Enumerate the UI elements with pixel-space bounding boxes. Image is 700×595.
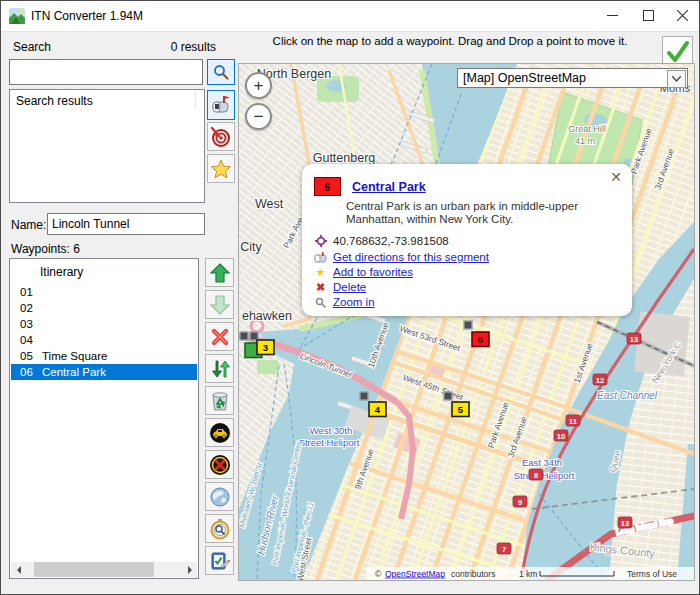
waypoint-marker-number: 4 <box>375 404 381 415</box>
map-layer-select[interactable]: [Map] OpenStreetMap <box>457 68 688 88</box>
delete-waypoint-button[interactable] <box>205 322 234 351</box>
itinerary-list[interactable]: Itinerary 0102030405Time Square06Central… <box>9 258 199 579</box>
search-button[interactable] <box>207 59 235 85</box>
move-up-button[interactable] <box>205 258 234 287</box>
popup-coordinates: 40.768632,-73.981508 <box>333 235 449 247</box>
list-item[interactable]: 02 <box>11 300 197 316</box>
waypoint-anchor[interactable] <box>250 332 258 340</box>
clear-route-button[interactable] <box>205 386 234 415</box>
mailbox-icon <box>210 94 232 116</box>
search-input[interactable] <box>9 59 203 85</box>
titlebar: ITN Converter 1.94M <box>1 1 699 32</box>
copyright-prefix: © <box>375 569 382 579</box>
map-label: Street Heliport <box>299 437 360 448</box>
popup-coordinates-row: 40.768632,-73.981508 <box>314 234 449 248</box>
horizontal-scrollbar[interactable] <box>11 562 197 577</box>
search-results-header: Search results <box>16 94 93 108</box>
scrollbar-thumb[interactable] <box>34 562 154 577</box>
itinerary-header: Itinerary <box>40 265 83 279</box>
popup-link-delete[interactable]: Delete <box>333 281 366 293</box>
edit-route-button[interactable] <box>205 546 234 575</box>
popup-marker-badge: 6 <box>314 177 341 196</box>
delete-x-icon: ✖ <box>314 281 327 294</box>
map-label: West 30th <box>310 425 353 436</box>
route-shield-number: 7 <box>502 545 506 554</box>
popup-link-zoom-in[interactable]: Zoom in <box>333 296 375 308</box>
scroll-left-arrow[interactable] <box>11 562 26 577</box>
map-label: East Channel <box>597 390 658 401</box>
traffic-button[interactable] <box>205 418 234 447</box>
recycle-bin-icon <box>210 390 230 412</box>
list-item[interactable]: 06Central Park <box>11 364 197 380</box>
list-item[interactable]: 01 <box>11 284 197 300</box>
route-shield-number: 10 <box>557 432 565 441</box>
window-title: ITN Converter 1.94M <box>31 9 143 23</box>
instruction-text: Click on the map to add a waypoint. Drag… <box>238 35 662 47</box>
globe-button[interactable] <box>205 482 234 511</box>
check-icon <box>666 40 690 64</box>
map-label: Guttenberg <box>313 151 376 165</box>
route-name-input[interactable] <box>47 213 205 235</box>
waypoint-anchor[interactable] <box>444 392 452 400</box>
waypoint-anchor[interactable] <box>360 392 368 400</box>
name-label: Name: <box>11 218 46 232</box>
avoid-icon <box>209 454 231 476</box>
avoid-button[interactable] <box>205 450 234 479</box>
route-shield-number: 9 <box>518 498 522 507</box>
popup-link-directions[interactable]: Get directions for this segment <box>333 251 489 263</box>
send-to-gps-button[interactable] <box>207 90 235 120</box>
favorites-button[interactable] <box>207 154 235 183</box>
list-item[interactable]: 05Time Square <box>11 348 197 364</box>
route-shield-number: 13 <box>621 519 629 528</box>
map-canvas[interactable]: North BergenGuttenbergWestCityehawkenMor… <box>238 63 695 581</box>
layer-select-value: [Map] OpenStreetMap <box>463 71 586 85</box>
terms-link[interactable]: Terms of Use <box>627 569 677 579</box>
itinerary-rows: 0102030405Time Square06Central Park <box>11 284 197 380</box>
reverse-route-button[interactable] <box>205 354 234 383</box>
list-item[interactable]: 03 <box>11 316 197 332</box>
reverse-icon <box>209 358 231 380</box>
traffic-icon <box>209 422 231 444</box>
edit-route-icon <box>209 550 231 572</box>
chevron-down-icon[interactable] <box>667 70 686 88</box>
stopwatch-icon <box>209 518 231 540</box>
move-down-button[interactable] <box>205 290 234 319</box>
waypoint-anchor[interactable] <box>464 321 472 329</box>
target-icon <box>210 126 232 148</box>
map-label: 41 m <box>575 136 595 146</box>
favorite-star-icon: ★ <box>314 266 327 279</box>
copyright-suffix: contributors <box>451 569 495 579</box>
zoom-out-button[interactable]: − <box>245 103 272 130</box>
globe-icon <box>209 486 231 508</box>
timer-zoom-button[interactable] <box>205 514 234 543</box>
popup-title-link[interactable]: Central Park <box>352 180 426 194</box>
osm-link[interactable]: OpenStreetMap <box>385 569 445 579</box>
maximize-button[interactable] <box>630 1 666 30</box>
map-label: Street Heliport <box>514 470 575 481</box>
zoom-in-icon: + <box>254 77 264 94</box>
app-icon <box>9 8 25 24</box>
search-results-list[interactable]: Search results <box>9 89 205 203</box>
map-label: ehawken <box>242 309 292 323</box>
locate-button[interactable] <box>207 122 235 151</box>
scroll-right-arrow[interactable] <box>182 562 197 577</box>
search-results-count: 0 results <box>121 40 216 54</box>
maximize-icon <box>643 11 653 21</box>
directions-icon <box>314 251 327 264</box>
popup-close-button[interactable]: ✕ <box>610 170 622 184</box>
popup-favorites-row: ★ Add to favorites <box>314 265 413 279</box>
star-icon <box>210 158 232 180</box>
popup-link-favorites[interactable]: Add to favorites <box>333 266 413 278</box>
arrow-up-icon <box>209 262 231 284</box>
close-button[interactable] <box>664 1 700 30</box>
map-label: Great Hill <box>568 124 606 134</box>
search-icon <box>213 64 229 80</box>
popup-description: Central Park is an urban park in middle-… <box>346 200 624 226</box>
list-item[interactable]: 04 <box>11 332 197 348</box>
popup-directions-row: Get directions for this segment <box>314 250 489 264</box>
waypoint-anchor[interactable] <box>240 332 248 340</box>
waypoint-marker-number: 5 <box>458 404 464 415</box>
zoom-in-button[interactable]: + <box>245 72 272 99</box>
waypoint-marker-number: 3 <box>263 342 268 353</box>
minimize-button[interactable] <box>594 1 630 30</box>
